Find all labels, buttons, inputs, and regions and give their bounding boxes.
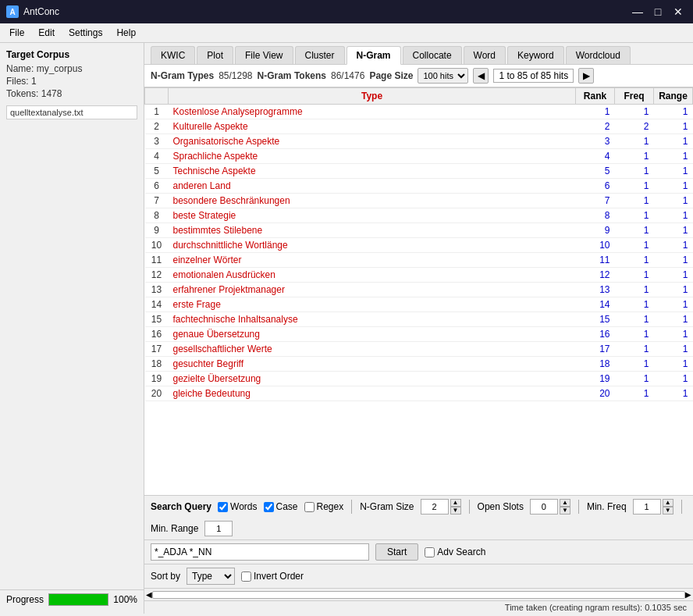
row-num: 12 xyxy=(145,268,169,283)
row-rank: 3 xyxy=(576,134,615,149)
minimize-button[interactable]: — xyxy=(629,3,646,20)
row-range: 1 xyxy=(654,179,693,194)
row-rank: 2 xyxy=(576,119,615,134)
horizontal-scrollbar[interactable]: ◀ ▶ xyxy=(144,588,693,600)
scroll-right-btn[interactable]: ▶ xyxy=(685,590,691,599)
row-type: Organisatorische Aspekte xyxy=(169,134,576,149)
tab-file-view[interactable]: File View xyxy=(235,46,293,64)
row-num: 2 xyxy=(145,119,169,134)
tab-plot[interactable]: Plot xyxy=(197,46,233,64)
table-row[interactable]: 15 fachtechnische Inhaltsanalyse 15 1 1 xyxy=(145,312,693,327)
tab-cluster[interactable]: Cluster xyxy=(295,46,345,64)
divider1 xyxy=(351,500,352,514)
table-row[interactable]: 20 gleiche Bedeutung 20 1 1 xyxy=(145,386,693,401)
ngram-types-label: N-Gram Types xyxy=(151,70,214,81)
row-freq: 1 xyxy=(615,297,654,312)
table-row[interactable]: 12 emotionalen Ausdrücken 12 1 1 xyxy=(145,268,693,283)
min-range-input[interactable] xyxy=(204,521,233,536)
tab-kwic[interactable]: KWIC xyxy=(151,46,195,64)
table-row[interactable]: 14 erste Frage 14 1 1 xyxy=(145,297,693,312)
col-freq[interactable]: Freq xyxy=(615,88,654,105)
table-row[interactable]: 13 erfahrener Projektmanager 13 1 1 xyxy=(145,283,693,297)
tab-keyword[interactable]: Keyword xyxy=(507,46,564,64)
table-row[interactable]: 1 Kostenlose Analyseprogramme 1 1 1 xyxy=(145,105,693,119)
regex-checkbox[interactable] xyxy=(304,502,315,512)
table-row[interactable]: 5 Technische Aspekte 5 1 1 xyxy=(145,164,693,179)
next-page-button[interactable]: ▶ xyxy=(578,68,594,84)
row-type: emotionalen Ausdrücken xyxy=(169,268,576,283)
table-row[interactable]: 4 Sprachliche Aspekte 4 1 1 xyxy=(145,149,693,164)
table-row[interactable]: 10 durchschnittliche Wortlänge 10 1 1 xyxy=(145,238,693,253)
table-row[interactable]: 7 besondere Beschränkungen 7 1 1 xyxy=(145,194,693,208)
table-row[interactable]: 16 genaue Übersetzung 16 1 1 xyxy=(145,327,693,342)
regex-label[interactable]: Regex xyxy=(304,501,344,512)
row-num: 8 xyxy=(145,208,169,223)
menu-settings[interactable]: Settings xyxy=(62,25,108,41)
row-freq: 1 xyxy=(615,283,654,297)
row-freq: 1 xyxy=(615,386,654,401)
ngram-size-down[interactable]: ▼ xyxy=(450,507,461,515)
toolbar-row: N-Gram Types 85/1298 N-Gram Tokens 86/14… xyxy=(144,65,693,87)
words-label[interactable]: Words xyxy=(218,501,257,512)
menu-file[interactable]: File xyxy=(3,25,30,41)
start-button[interactable]: Start xyxy=(375,543,418,561)
row-range: 1 xyxy=(654,312,693,327)
case-checkbox[interactable] xyxy=(264,502,274,512)
tab-collocate[interactable]: Collocate xyxy=(403,46,462,64)
open-slots-input[interactable] xyxy=(530,499,558,515)
min-freq-up[interactable]: ▲ xyxy=(663,499,673,507)
row-num: 14 xyxy=(145,297,169,312)
invert-order-label[interactable]: Invert Order xyxy=(241,571,304,582)
table-row[interactable]: 2 Kulturelle Aspekte 2 2 1 xyxy=(145,119,693,134)
open-slots-down[interactable]: ▼ xyxy=(560,507,570,515)
col-rank[interactable]: Rank xyxy=(576,88,615,105)
row-type: erfahrener Projektmanager xyxy=(169,283,576,297)
row-freq: 1 xyxy=(615,179,654,194)
name-label: Name: xyxy=(6,63,34,74)
table-row[interactable]: 6 anderen Land 6 1 1 xyxy=(145,179,693,194)
row-rank: 18 xyxy=(576,357,615,372)
tab-wordcloud[interactable]: Wordcloud xyxy=(566,46,631,64)
menu-edit[interactable]: Edit xyxy=(32,25,61,41)
scroll-track[interactable] xyxy=(152,591,685,599)
row-rank: 20 xyxy=(576,386,615,401)
open-slots-up[interactable]: ▲ xyxy=(560,499,570,507)
row-range: 1 xyxy=(654,283,693,297)
page-size-select[interactable]: 100 hits 50 hits 200 hits xyxy=(418,68,468,84)
maximize-button[interactable]: □ xyxy=(649,3,666,20)
row-range: 1 xyxy=(654,194,693,208)
min-freq-input[interactable] xyxy=(633,499,661,515)
ngram-size-input[interactable] xyxy=(421,499,449,515)
list-item[interactable]: quelltextanalyse.txt xyxy=(6,105,137,119)
words-checkbox[interactable] xyxy=(218,502,228,512)
tab-ngram[interactable]: N-Gram xyxy=(346,46,401,65)
table-row[interactable]: 3 Organisatorische Aspekte 3 1 1 xyxy=(145,134,693,149)
row-range: 1 xyxy=(654,297,693,312)
scroll-left-btn[interactable]: ◀ xyxy=(146,590,152,599)
table-row[interactable]: 9 bestimmtes Stilebene 9 1 1 xyxy=(145,223,693,238)
table-row[interactable]: 18 gesuchter Begriff 18 1 1 xyxy=(145,357,693,372)
row-range: 1 xyxy=(654,372,693,386)
table-row[interactable]: 8 beste Strategie 8 1 1 xyxy=(145,208,693,223)
row-freq: 1 xyxy=(615,238,654,253)
sort-select[interactable]: Type Rank Freq Range xyxy=(187,568,235,585)
tab-word[interactable]: Word xyxy=(464,46,506,64)
adv-search-checkbox[interactable] xyxy=(425,547,435,557)
menu-help[interactable]: Help xyxy=(110,25,142,41)
col-range[interactable]: Range xyxy=(654,88,693,105)
ngram-size-up[interactable]: ▲ xyxy=(450,499,461,507)
query-input[interactable] xyxy=(151,543,369,561)
col-type[interactable]: Type xyxy=(169,88,576,105)
invert-order-checkbox[interactable] xyxy=(241,571,251,582)
table-row[interactable]: 11 einzelner Wörter 11 1 1 xyxy=(145,253,693,268)
min-freq-down[interactable]: ▼ xyxy=(663,507,673,515)
table-row[interactable]: 17 gesellschaftlicher Werte 17 1 1 xyxy=(145,342,693,357)
case-label[interactable]: Case xyxy=(264,501,298,512)
close-button[interactable]: ✕ xyxy=(670,3,687,20)
prev-page-button[interactable]: ◀ xyxy=(473,68,489,84)
table-row[interactable]: 19 gezielte Übersetzung 19 1 1 xyxy=(145,372,693,386)
query-row: Start Adv Search xyxy=(144,539,693,564)
adv-search-label[interactable]: Adv Search xyxy=(425,547,485,557)
row-rank: 15 xyxy=(576,312,615,327)
row-type: einzelner Wörter xyxy=(169,253,576,268)
